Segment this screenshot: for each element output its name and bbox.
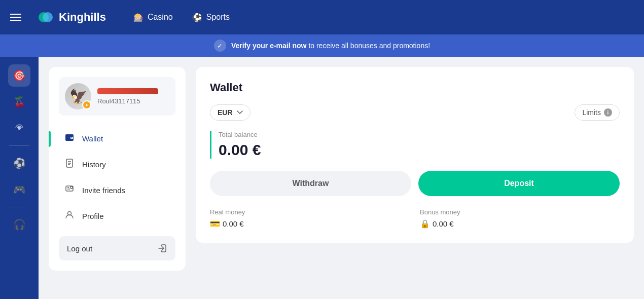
sidebar-icon-cherry[interactable]: 🍒 (8, 91, 30, 113)
menu-item-profile[interactable]: Profile (59, 203, 175, 229)
history-label: History (82, 160, 106, 169)
user-id: Roul43117115 (97, 97, 169, 105)
balance-section: Total balance 0.00 € (210, 131, 620, 159)
history-icon (64, 158, 75, 171)
currency-row: EUR Limits i (210, 104, 620, 121)
logout-button[interactable]: Log out (59, 236, 175, 260)
user-header: 🦅 ♦ Roul43117115 (59, 77, 175, 116)
menu-item-history[interactable]: History (59, 152, 175, 177)
svg-point-5 (71, 137, 73, 138)
action-buttons: Withdraw Deposit (210, 171, 620, 196)
sidebar-divider-2 (9, 207, 29, 207)
wallet-label: Wallet (82, 134, 103, 143)
hamburger-menu[interactable] (10, 14, 21, 21)
sidebar-divider-1 (9, 145, 29, 146)
casino-icon: 🎰 (133, 13, 144, 22)
shield-icon: ✓ (214, 40, 226, 52)
balance-label: Total balance (219, 131, 620, 138)
svg-point-2 (18, 127, 21, 130)
wallet-icon (64, 132, 75, 145)
main-layout: 🎯 🍒 ⚽ 🎮 🎧 🦅 ♦ (0, 57, 644, 299)
menu-item-invite[interactable]: Invite friends (59, 177, 175, 203)
avatar-badge: ♦ (82, 100, 91, 109)
sports-icon: ⚽ (192, 13, 202, 22)
sidebar-icon-live[interactable] (8, 117, 30, 139)
limits-button[interactable]: Limits i (575, 104, 620, 121)
bonus-money-label: Bonus money (420, 208, 620, 216)
money-row: Real money 💳 0.00 € Bonus money 🔒 0.00 € (210, 208, 620, 229)
top-nav: Kinghills 🎰 Casino ⚽ Sports (0, 0, 644, 34)
currency-value: EUR (218, 108, 233, 117)
svg-point-13 (70, 186, 73, 189)
profile-panel: 🦅 ♦ Roul43117115 Wallet (49, 67, 186, 271)
real-money-icon: 💳 (210, 219, 220, 229)
username-bar (97, 88, 158, 94)
profile-label: Profile (82, 212, 104, 220)
user-info: Roul43117115 (97, 88, 169, 105)
withdraw-button[interactable]: Withdraw (210, 171, 411, 196)
logout-icon (157, 243, 167, 253)
deposit-button[interactable]: Deposit (418, 171, 620, 196)
content-area: 🦅 ♦ Roul43117115 Wallet (39, 57, 644, 299)
invite-label: Invite friends (82, 186, 125, 195)
real-money-label: Real money (210, 208, 410, 216)
menu-item-wallet[interactable]: Wallet (59, 126, 175, 152)
logo[interactable]: Kinghills (37, 8, 106, 26)
avatar-wrap: 🦅 ♦ (65, 83, 91, 109)
sidebar-icon-esports[interactable]: 🎮 (8, 178, 30, 201)
currency-arrow-icon (237, 110, 243, 115)
profile-icon (64, 210, 75, 222)
nav-casino[interactable]: 🎰 Casino (126, 10, 180, 25)
wallet-title: Wallet (210, 81, 620, 94)
sidebar-icons: 🎯 🍒 ⚽ 🎮 🎧 (0, 57, 39, 299)
balance-amount: 0.00 € (219, 141, 620, 159)
bonus-money-col: Bonus money 🔒 0.00 € (420, 208, 620, 229)
currency-selector[interactable]: EUR (210, 104, 251, 121)
verify-banner[interactable]: ✓ Verify your e-mail now to receive all … (0, 34, 644, 57)
limits-info-icon: i (604, 108, 612, 117)
bonus-money-value: 🔒 0.00 € (420, 219, 620, 229)
bonus-money-icon: 🔒 (420, 219, 430, 229)
real-money-value: 💳 0.00 € (210, 219, 410, 229)
sidebar-icon-sports[interactable]: ⚽ (8, 152, 30, 174)
wallet-panel: Wallet EUR Limits i Total balance 0.00 € (196, 67, 634, 243)
invite-icon (64, 184, 75, 197)
sidebar-icon-support[interactable]: 🎧 (8, 213, 30, 236)
nav-links: 🎰 Casino ⚽ Sports (126, 10, 237, 25)
nav-sports[interactable]: ⚽ Sports (185, 10, 237, 25)
real-money-col: Real money 💳 0.00 € (210, 208, 410, 229)
svg-point-1 (43, 12, 53, 22)
sidebar-icon-target[interactable]: 🎯 (8, 64, 30, 87)
